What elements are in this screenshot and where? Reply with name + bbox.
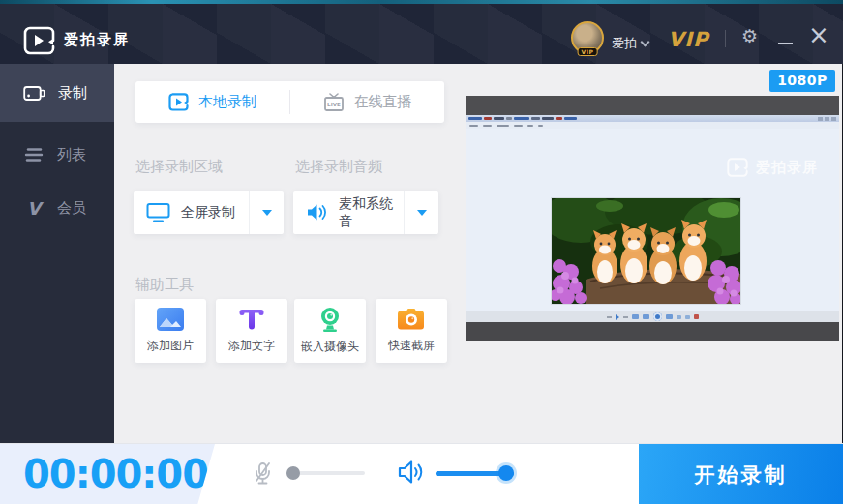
tool-add-text[interactable]: 添加文字	[216, 299, 287, 363]
webcam-icon	[316, 307, 344, 333]
preview-captured-window-titlebar	[466, 115, 839, 122]
sidebar: 录制 列表 V 会员	[0, 64, 114, 443]
monitor-icon	[146, 202, 170, 222]
tool-embed-webcam[interactable]: 嵌入摄像头	[294, 299, 366, 363]
camera-icon	[23, 83, 45, 103]
tool-label: 添加图片	[147, 338, 194, 354]
vip-v-icon: V	[23, 198, 45, 219]
add-text-icon	[237, 307, 266, 332]
tab-label: 在线直播	[354, 93, 412, 111]
add-image-icon	[156, 307, 185, 332]
sidebar-item-label: 列表	[57, 146, 86, 164]
svg-text:LIVE: LIVE	[327, 101, 341, 106]
preview-watermark: 爱拍录屏	[727, 158, 818, 177]
caret-down-icon	[417, 210, 427, 216]
speaker-icon	[306, 202, 328, 222]
record-mode-tabs: 本地录制 LIVE 在线直播	[135, 81, 444, 123]
tool-label: 嵌入摄像头	[301, 339, 359, 355]
system-volume-icon[interactable]	[397, 460, 424, 485]
timer-panel: 00:00:00	[0, 444, 215, 504]
preview-captured-toolbar	[466, 311, 839, 322]
username-label[interactable]: 爱拍	[612, 35, 637, 52]
quality-badge: 1080P	[769, 70, 835, 92]
play-square-icon	[168, 93, 189, 111]
preview-captured-content: 爱拍录屏	[466, 129, 839, 311]
sidebar-item-record[interactable]: 录制	[0, 64, 114, 122]
tab-online-live[interactable]: LIVE 在线直播	[290, 81, 444, 123]
close-button[interactable]: ×	[808, 22, 829, 47]
kittens-photo	[552, 198, 740, 304]
region-dropdown[interactable]: 全屏录制	[134, 191, 284, 234]
titlebar-divider	[725, 30, 726, 47]
tool-quick-screenshot[interactable]: 快速截屏	[376, 299, 447, 363]
avatar-vip-badge: VIP	[578, 47, 598, 56]
preview-captured-taskbar	[466, 322, 839, 341]
minimize-button[interactable]	[778, 27, 793, 44]
preview-captured-menubar	[466, 122, 839, 129]
recording-timer: 00:00:00	[23, 452, 190, 496]
audio-section-label: 选择录制音频	[295, 158, 382, 176]
watermark-text: 爱拍录屏	[756, 159, 818, 177]
app-logo-icon	[23, 26, 55, 55]
system-volume-slider-handle[interactable]	[498, 465, 514, 481]
region-dropdown-value: 全屏录制	[181, 204, 249, 222]
mic-volume-slider-handle[interactable]	[286, 466, 300, 480]
tool-label: 快速截屏	[388, 338, 435, 354]
start-record-button[interactable]: 开始录制	[639, 444, 843, 504]
sidebar-item-member[interactable]: V 会员	[0, 179, 114, 237]
audio-dropdown[interactable]: 麦和系统音	[293, 191, 438, 234]
tools-section-label: 辅助工具	[135, 276, 194, 294]
watermark-logo-icon	[727, 158, 748, 177]
region-dropdown-caret-zone[interactable]	[249, 191, 284, 234]
preview-window-controls	[818, 117, 836, 121]
audio-dropdown-value: 麦和系统音	[339, 195, 404, 230]
vip-button[interactable]: VIP	[668, 28, 708, 51]
sidebar-item-label: 会员	[57, 199, 86, 218]
app-title: 爱拍录屏	[64, 31, 130, 49]
caret-down-icon	[262, 210, 272, 216]
audio-dropdown-caret-zone[interactable]	[404, 191, 438, 234]
avatar[interactable]: VIP	[571, 21, 604, 54]
chevron-down-icon[interactable]	[641, 38, 650, 47]
preview-captured-dark-bar	[466, 96, 839, 115]
settings-gear-icon[interactable]: ⚙	[741, 25, 758, 46]
app-window: 爱拍录屏 VIP 爱拍 VIP ⚙ × 录制 列	[0, 0, 843, 504]
tool-add-image[interactable]: 添加图片	[135, 299, 206, 363]
titlebar: 爱拍录屏 VIP 爱拍 VIP ⚙ ×	[0, 4, 843, 64]
screenshot-camera-icon	[397, 307, 426, 332]
list-icon	[23, 146, 45, 163]
tool-label: 添加文字	[228, 338, 275, 354]
screen-preview: 爱拍录屏	[466, 96, 839, 341]
mic-muted-icon[interactable]	[250, 460, 276, 487]
live-tv-icon: LIVE	[323, 93, 345, 112]
sidebar-item-list[interactable]: 列表	[0, 126, 114, 184]
tab-label: 本地录制	[198, 93, 256, 111]
region-section-label: 选择录制区域	[135, 158, 223, 176]
tab-local-record[interactable]: 本地录制	[135, 81, 289, 123]
sidebar-item-label: 录制	[58, 84, 87, 103]
